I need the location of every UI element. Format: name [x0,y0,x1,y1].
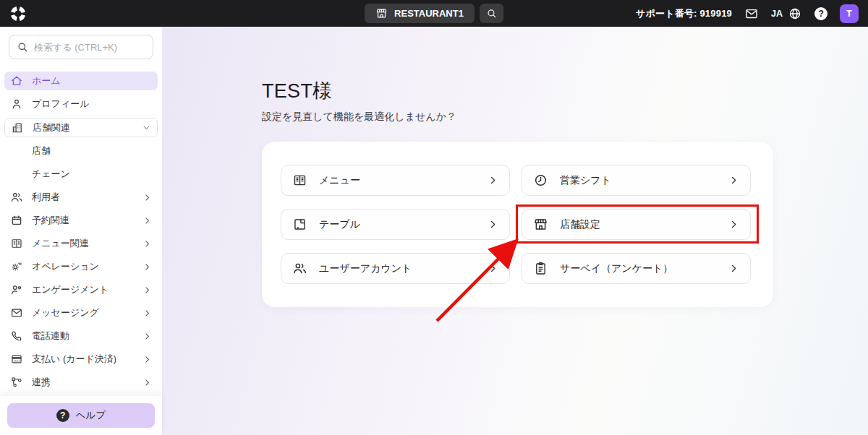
sidebar-item-label: チェーン [32,168,70,181]
gear-icon [10,260,23,273]
shortcut-user-account[interactable]: ユーザーアカウント [281,253,510,284]
calendar-icon [10,214,23,227]
clipboard-icon [533,261,548,276]
person-icon [10,98,23,111]
support-number: サポート番号: 919919 [636,7,732,20]
chevron-right-icon [488,263,498,274]
app-logo-icon[interactable] [9,5,27,22]
search-icon [17,41,28,53]
sidebar-item-integrations[interactable]: 連携 [4,373,158,392]
sidebar-item-store-related[interactable]: 店舗関連 [4,118,158,137]
shortcut-label: サーベイ（アンケート） [560,262,673,275]
sidebar-nav: ホーム プロフィール 店舗関連 店舗 チェーン 利用者 予約関連 [0,59,162,396]
menu-book-icon [292,173,307,188]
sidebar-item-label: プロフィール [32,98,90,111]
shortcut-label: メニュー [319,174,360,187]
people-icon [10,191,23,204]
search-input[interactable] [34,42,145,53]
page-title: TEST様 [262,78,868,104]
sidebar-item-label: オペレーション [32,260,99,273]
chevron-right-icon [142,216,152,225]
chevron-right-icon [142,355,152,364]
sidebar-item-users[interactable]: 利用者 [4,188,158,207]
search-icon [486,8,497,19]
sidebar-item-label: 支払い (カード決済) [32,353,116,366]
shortcut-business-shift[interactable]: 営業シフト [522,165,751,196]
avatar[interactable]: T [840,4,859,23]
sidebar-item-profile[interactable]: プロフィール [4,95,158,113]
sidebar-item-label: メニュー関連 [32,237,89,250]
help-icon[interactable]: ? [814,7,827,20]
shortcut-store-settings-wrap: 店舗設定 [522,209,751,240]
shortcut-table[interactable]: テーブル [281,209,510,240]
chevron-down-icon [142,123,151,132]
building-icon [11,121,24,134]
mail-icon[interactable] [744,7,759,21]
integration-icon [10,376,23,389]
phone-icon [10,330,23,343]
language-switcher[interactable]: JA [771,7,802,21]
person-heart-icon [10,283,23,296]
help-icon: ? [56,409,69,422]
language-label: JA [771,9,783,19]
people-icon [292,261,307,276]
page-subtitle: 設定を見直して機能を最適化しませんか？ [262,111,868,124]
sidebar: ホーム プロフィール 店舗関連 店舗 チェーン 利用者 予約関連 [0,27,163,435]
sidebar-item-messaging[interactable]: メッセージング [4,303,158,322]
sidebar-item-label: エンゲージメント [32,283,109,296]
sidebar-item-store[interactable]: 店舗 [4,142,158,160]
chevron-right-icon [142,262,152,272]
sidebar-item-label: 利用者 [32,191,60,204]
shortcut-label: 店舗設定 [560,218,600,231]
shortcut-menu[interactable]: メニュー [281,165,510,196]
shortcut-store-settings[interactable]: 店舗設定 [522,209,751,240]
chevron-right-icon [142,309,152,318]
topbar-right: サポート番号: 919919 JA ? T [636,4,859,23]
shortcut-survey[interactable]: サーベイ（アンケート） [522,253,751,284]
help-button-label: ヘルプ [76,409,106,422]
shortcut-label: テーブル [319,218,360,231]
store-name: RESTAURANT1 [394,8,464,19]
sidebar-item-operations[interactable]: オペレーション [4,257,158,276]
sidebar-item-label: メッセージング [32,306,99,319]
chevron-right-icon [728,219,739,230]
chevron-right-icon [728,175,739,186]
content: TEST様 設定を見直して機能を最適化しませんか？ メニュー 営業シフト テーブ… [163,27,868,307]
store-selector-button[interactable]: RESTAURANT1 [365,4,475,23]
floorplan-icon [292,217,307,232]
sidebar-item-payments[interactable]: 支払い (カード決済) [4,350,158,369]
storefront-icon [375,7,388,20]
sidebar-item-label: 店舗 [32,145,51,158]
menu-book-icon [10,237,23,250]
globe-icon [788,7,802,21]
shortcut-label: 営業シフト [560,174,611,187]
sidebar-item-chain[interactable]: チェーン [4,165,158,184]
chevron-right-icon [142,332,152,341]
payment-terminal-icon [10,353,23,366]
top-bar: RESTAURANT1 サポート番号: 919919 JA ? T [0,0,868,27]
chevron-right-icon [488,219,498,230]
sidebar-item-engagement[interactable]: エンゲージメント [4,280,158,299]
home-icon [10,74,23,87]
topbar-center: RESTAURANT1 [365,4,503,23]
global-search-button[interactable] [480,4,503,23]
clock-icon [533,173,548,188]
chevron-right-icon [142,239,152,249]
sidebar-item-reservations[interactable]: 予約関連 [4,211,158,230]
sidebar-item-label: 電話連動 [32,330,69,343]
sidebar-footer: ? ヘルプ [0,396,162,435]
sidebar-item-home[interactable]: ホーム [4,72,158,90]
chevron-right-icon [142,378,152,387]
sidebar-item-label: 予約関連 [32,214,69,227]
chevron-right-icon [142,285,152,295]
help-button[interactable]: ? ヘルプ [7,403,155,428]
chevron-right-icon [142,193,152,202]
main-content: TEST様 設定を見直して機能を最適化しませんか？ メニュー 営業シフト テーブ… [163,27,868,435]
sidebar-item-menu-related[interactable]: メニュー関連 [4,234,158,253]
sidebar-item-label: ホーム [32,74,61,87]
shortcuts-card: メニュー 営業シフト テーブル 店舗設定 [262,142,773,307]
storefront-icon [533,217,548,232]
sidebar-item-phone-link[interactable]: 電話連動 [4,327,158,345]
mail-icon [10,306,23,319]
sidebar-search[interactable] [9,35,153,59]
